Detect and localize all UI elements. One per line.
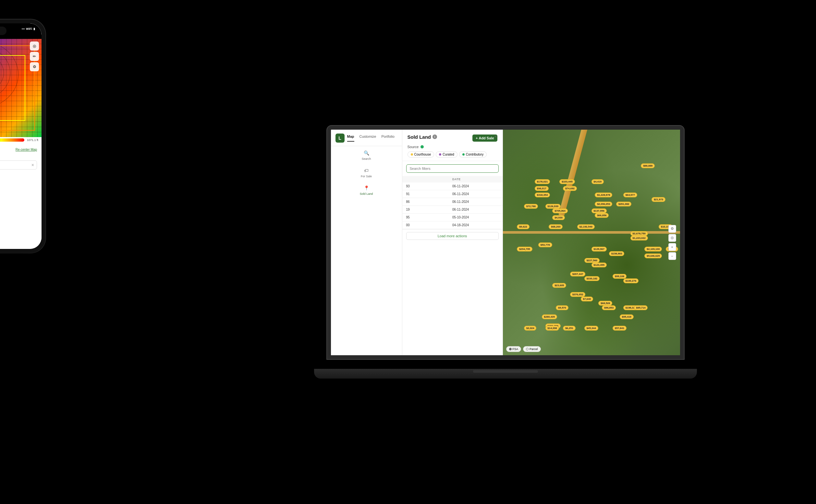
- price-label[interactable]: $294,795: [517, 247, 532, 252]
- tab-map[interactable]: Map: [347, 135, 354, 142]
- nav-tabs: Map Customize Portfolio: [347, 135, 395, 142]
- price-label[interactable]: $330,182: [584, 276, 599, 281]
- row-id: 19: [406, 208, 453, 211]
- tab-customize[interactable]: Customize: [360, 135, 376, 142]
- price-label[interactable]: $123,455: [591, 263, 607, 267]
- price-label[interactable]: $4,930: [552, 215, 564, 220]
- price-label[interactable]: $23,605: [552, 283, 566, 288]
- price-label[interactable]: $2,096,053: [595, 202, 612, 206]
- price-label[interactable]: $66,856: [595, 213, 609, 218]
- price-label[interactable]: $7,640: [581, 297, 593, 301]
- price-label[interactable]: $280,435: [542, 314, 557, 319]
- price-label[interactable]: $1,228,978: [595, 193, 612, 197]
- price-label[interactable]: $318,354: [535, 193, 550, 197]
- price-label[interactable]: $129,967: [591, 247, 607, 252]
- table-row[interactable]: 86 06-11-2024: [402, 198, 503, 206]
- price-label[interactable]: $2,678,750: [631, 231, 648, 236]
- price-label[interactable]: $2,109,100: [645, 247, 662, 252]
- search-input[interactable]: [406, 164, 499, 173]
- price-label[interactable]: $74,692: [563, 186, 577, 191]
- sidebar-soldland-label: Sold Land: [360, 192, 373, 195]
- map-zoom-out-button[interactable]: −: [668, 252, 676, 260]
- elevation-min: Min 977.8 ft: [0, 186, 37, 190]
- price-label[interactable]: $53,778: [538, 242, 552, 247]
- recenter-link[interactable]: Re-center Map: [16, 148, 37, 151]
- sidebar: L Map Customize Portfolio 🔍 Search: [331, 130, 402, 355]
- edit-tool-button[interactable]: ✏: [30, 52, 39, 61]
- map-location-button[interactable]: ◎: [668, 234, 676, 242]
- sidebar-item-for-sale[interactable]: 🏷 For Sale: [331, 164, 402, 181]
- map-section-inner: [0, 55, 25, 121]
- laptop-screen-area: L Map Customize Portfolio 🔍 Search: [327, 126, 684, 359]
- price-label[interactable]: $88,889: [641, 163, 655, 168]
- price-label[interactable]: $64,977: [623, 193, 637, 197]
- table-header: Date: [402, 176, 503, 182]
- price-label[interactable]: $6,251: [563, 326, 575, 331]
- price-label[interactable]: $99,108: [613, 274, 627, 279]
- row-id: 86: [406, 200, 453, 204]
- row-id: 95: [406, 216, 453, 219]
- price-label[interactable]: $45,344: [584, 326, 598, 331]
- price-label[interactable]: $4,419: [591, 179, 604, 184]
- price-label[interactable]: $103,445: [559, 179, 574, 184]
- price-label[interactable]: $291,082: [616, 202, 632, 206]
- price-label[interactable]: $85,714: [634, 305, 648, 310]
- price-label[interactable]: $227,560: [584, 258, 599, 263]
- price-label[interactable]: $2,024: [524, 326, 536, 331]
- price-label[interactable]: $178,021: [535, 179, 550, 184]
- settings-tool-button[interactable]: ⚙: [30, 62, 39, 71]
- price-label[interactable]: $68,528: [598, 301, 612, 306]
- table-row[interactable]: 95 05-10-2024: [402, 214, 503, 221]
- price-label[interactable]: $9,622: [517, 224, 529, 229]
- load-more-button[interactable]: Load more actions: [406, 232, 499, 240]
- price-label[interactable]: $137,956: [591, 208, 607, 213]
- close-button[interactable]: ×: [493, 134, 499, 139]
- search-icon: 🔍: [363, 149, 370, 157]
- price-label[interactable]: $705,064: [552, 208, 567, 213]
- price-label[interactable]: $158,983: [609, 251, 624, 256]
- price-label[interactable]: $126,939: [545, 204, 561, 209]
- price-label[interactable]: $68,260: [549, 224, 562, 229]
- price-label[interactable]: $57,841: [613, 326, 627, 331]
- app-header: L Map Customize Portfolio: [336, 134, 397, 143]
- sidebar-item-sold-land[interactable]: 📍 Sold Land: [331, 181, 402, 199]
- table-row[interactable]: 91 06-11-2024: [402, 190, 503, 198]
- info-icon: i: [432, 135, 437, 139]
- price-label[interactable]: $9,570: [556, 305, 568, 310]
- price-label[interactable]: $96,017: [535, 186, 549, 191]
- price-label[interactable]: $21,973: [652, 197, 666, 202]
- location-tool-button[interactable]: ◎: [30, 41, 39, 51]
- filter-contributory[interactable]: Contributory: [459, 151, 487, 158]
- price-label[interactable]: $1,223,022: [631, 236, 648, 240]
- price-label[interactable]: $207,447: [570, 272, 585, 276]
- map-settings-button[interactable]: ⚙: [668, 225, 676, 233]
- price-label[interactable]: $95,419: [620, 314, 634, 319]
- phone-screen: 3:58 ▪▪▪ WiFi ▮ ◎: [0, 23, 41, 249]
- parcel-layer-button[interactable]: Parcel: [523, 346, 541, 352]
- table-row[interactable]: 93 06-11-2024: [402, 182, 503, 190]
- contour-clear-button[interactable]: ×: [31, 162, 34, 168]
- tab-portfolio[interactable]: Portfolio: [381, 135, 394, 142]
- price-label[interactable]: $96,853: [602, 305, 616, 310]
- map-zoom-in-button[interactable]: +: [668, 243, 676, 251]
- contour-input[interactable]: 5: [0, 163, 31, 168]
- table-row[interactable]: 00 04-18-2024: [402, 221, 503, 229]
- filter-tags: Courthouse Curated Contributory: [408, 151, 497, 158]
- price-label[interactable]: $376,052: [570, 292, 585, 297]
- col-header-id: [406, 178, 453, 181]
- elevation-gradient: [0, 138, 24, 142]
- fsa-layer-button[interactable]: FSA: [506, 346, 521, 352]
- price-label[interactable]: $5,646,629: [645, 253, 662, 258]
- row-id: 93: [406, 184, 453, 188]
- price-label[interactable]: $14,398: [545, 326, 559, 331]
- price-label[interactable]: $100,276: [623, 278, 639, 283]
- map-area[interactable]: $178,021$103,445$96,017$74,692$318,354$4…: [503, 130, 680, 355]
- table-row[interactable]: 19 06-11-2024: [402, 206, 503, 214]
- sidebar-item-search[interactable]: 🔍 Search: [331, 146, 402, 164]
- filter-courthouse[interactable]: Courthouse: [408, 151, 434, 158]
- price-label[interactable]: $2,192,540: [577, 224, 595, 229]
- panel-header: × Sold Land i + Add Sale Source: [402, 130, 503, 161]
- filter-curated[interactable]: Curated: [436, 151, 457, 158]
- phone-map[interactable]: ◎ ✏ ⚙: [0, 39, 41, 137]
- price-label[interactable]: $72,788: [524, 204, 538, 209]
